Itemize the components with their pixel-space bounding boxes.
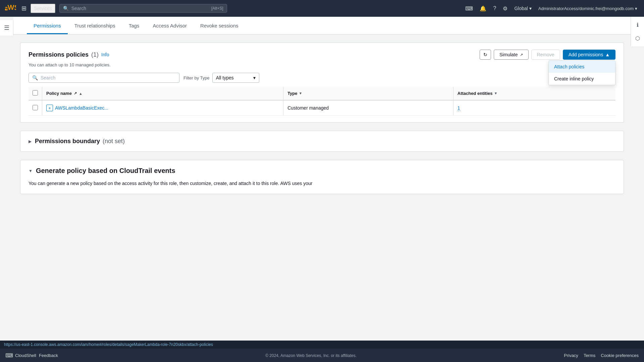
tab-revoke-sessions[interactable]: Revoke sessions — [194, 17, 245, 34]
permissions-subtitle: You can attach up to 10 managed policies… — [29, 62, 615, 67]
remove-label: Remove — [537, 52, 554, 57]
permissions-boundary-title: Permissions boundary (not set) — [35, 138, 125, 145]
account-menu[interactable]: AdministratorAccess/dominic.frei@mongodb… — [536, 5, 640, 12]
select-all-checkbox[interactable] — [33, 90, 38, 96]
filter-type-group: Filter by Type All types ▾ — [183, 73, 259, 83]
region-selector[interactable]: Global ▾ — [512, 4, 534, 12]
aws-logo[interactable] — [4, 2, 16, 14]
bottom-bar-left: ⌨ CloudShell Feedback — [5, 352, 58, 359]
section-count: (1) — [91, 51, 99, 58]
filter-by-type-label: Filter by Type — [183, 75, 210, 80]
status-bar: https://us-east-1.console.aws.amazon.com… — [0, 341, 644, 349]
attached-entities-header[interactable]: Attached entities ▾ — [453, 87, 615, 100]
policy-name-header[interactable]: Policy name ↗ ▲ — [42, 87, 283, 100]
attached-entities-link[interactable]: 1 — [458, 105, 460, 111]
expand-icon[interactable]: + — [46, 105, 53, 111]
generate-policy-title: Generate policy based on CloudTrail even… — [36, 167, 175, 175]
permissions-boundary-toggle[interactable]: ▶ Permissions boundary (not set) — [29, 138, 615, 145]
tab-access-advisor[interactable]: Access Advisor — [146, 17, 194, 34]
terms-link[interactable]: Terms — [584, 353, 595, 358]
permissions-policies-section: Permissions policies (1) Info ↻ Simulate… — [20, 43, 624, 123]
external-link-icon: ↗ — [520, 53, 523, 57]
sort-asc-icon: ▲ — [79, 92, 83, 96]
not-set-text: (not set) — [103, 138, 125, 145]
settings-button[interactable]: ⚙ — [500, 3, 510, 14]
section-title: Permissions policies (1) — [29, 51, 99, 58]
status-url: https://us-east-1.console.aws.amazon.com… — [4, 342, 213, 347]
nav-search-container: 🔍 [Alt+S] — [59, 4, 227, 13]
bottom-bar: ⌨ CloudShell Feedback © 2024, Amazon Web… — [0, 349, 644, 362]
simulate-button[interactable]: Simulate ↗ — [494, 50, 528, 60]
row-checkbox-cell — [29, 100, 42, 116]
chevron-down-icon: ▾ — [529, 6, 532, 11]
services-button[interactable]: Services — [31, 4, 55, 13]
generate-policy-description: You can generate a new policy based on t… — [29, 180, 615, 187]
info-panel-icon[interactable]: ℹ — [632, 19, 643, 30]
privacy-link[interactable]: Privacy — [564, 353, 578, 358]
row-checkbox[interactable] — [33, 105, 38, 110]
cookie-preferences-link[interactable]: Cookie preferences — [601, 353, 639, 358]
collapse-triangle-icon: ▼ — [29, 169, 33, 173]
permissions-boundary-section: ▶ Permissions boundary (not set) — [20, 131, 624, 152]
top-nav: ⊞ Services 🔍 [Alt+S] ⌨ 🔔 ? ⚙ Global ▾ Ad… — [0, 0, 644, 17]
table-row: + AWSLambdaBasicExec... Customer managed… — [29, 100, 615, 116]
policy-name-link[interactable]: + AWSLambdaBasicExec... — [46, 105, 279, 111]
table-header: Policy name ↗ ▲ Type ▾ — [29, 87, 615, 100]
feedback-button[interactable]: Feedback — [39, 353, 58, 358]
type-header[interactable]: Type ▾ — [283, 87, 453, 100]
policy-name-cell: + AWSLambdaBasicExec... — [42, 100, 283, 116]
grid-icon[interactable]: ⊞ — [20, 3, 28, 13]
policy-table: Policy name ↗ ▲ Type ▾ — [29, 87, 615, 116]
create-inline-policy-item[interactable]: Create inline policy — [549, 73, 615, 85]
expand-triangle-icon: ▶ — [29, 139, 32, 144]
search-input[interactable] — [41, 75, 176, 80]
filter-row: 🔍 Filter by Type All types ▾ ‹ 1 › ⚙ — [29, 73, 615, 83]
selected-type-value: All types — [216, 75, 234, 80]
policy-name-text: AWSLambdaBasicExec... — [55, 105, 108, 111]
generate-policy-section: ▼ Generate policy based on CloudTrail ev… — [20, 160, 624, 194]
chevron-down-icon: ▾ — [253, 75, 256, 80]
right-panel: ℹ ⬡ — [631, 17, 644, 46]
nav-icons: ⌨ 🔔 ? ⚙ Global ▾ AdministratorAccess/dom… — [463, 3, 640, 14]
search-icon: 🔍 — [63, 6, 69, 11]
search-input[interactable] — [71, 6, 209, 11]
attach-policies-item[interactable]: Attach policies — [549, 61, 615, 73]
external-link-icon: ↗ — [74, 91, 77, 96]
attached-entities-cell: 1 — [453, 100, 615, 116]
section-actions: ↻ Simulate ↗ Remove Add permissions ▲ — [480, 50, 615, 60]
info-link[interactable]: Info — [101, 52, 109, 57]
type-filter-select[interactable]: All types ▾ — [212, 73, 259, 83]
tab-tags[interactable]: Tags — [122, 17, 146, 34]
filter-icon: ▾ — [495, 91, 497, 96]
help-button[interactable]: ? — [490, 3, 499, 13]
search-icon: 🔍 — [32, 75, 38, 80]
tab-trust-relationships[interactable]: Trust relationships — [68, 17, 122, 34]
help-panel-icon[interactable]: ⬡ — [632, 33, 643, 44]
tabs-bar: Permissions Trust relationships Tags Acc… — [13, 17, 631, 35]
sidebar-toggle[interactable]: ☰ — [0, 20, 13, 36]
filter-icon: ▾ — [300, 91, 302, 96]
add-permissions-button[interactable]: Add permissions ▲ — [563, 50, 615, 60]
terminal-button[interactable]: ⌨ — [463, 3, 476, 14]
refresh-button[interactable]: ↻ — [480, 50, 491, 60]
select-all-header — [29, 87, 42, 100]
section-header: Permissions policies (1) Info ↻ Simulate… — [29, 50, 615, 60]
bottom-bar-right: Privacy Terms Cookie preferences — [564, 353, 639, 358]
simulate-label: Simulate — [499, 52, 518, 57]
main-wrapper: Permissions Trust relationships Tags Acc… — [0, 17, 644, 362]
section-title-text: Permissions policies — [29, 51, 89, 58]
add-permissions-label: Add permissions — [569, 52, 603, 57]
type-cell: Customer managed — [283, 100, 453, 116]
generate-policy-toggle[interactable]: ▼ Generate policy based on CloudTrail ev… — [29, 167, 615, 175]
cloudshell-button[interactable]: ⌨ CloudShell — [5, 352, 36, 359]
add-permissions-dropdown-container: Add permissions ▲ Attach policies Create… — [563, 50, 615, 60]
add-permissions-dropdown: Attach policies Create inline policy — [548, 60, 615, 85]
search-box: 🔍 — [29, 73, 179, 83]
search-shortcut: [Alt+S] — [211, 6, 223, 11]
cloudshell-icon: ⌨ — [5, 352, 13, 359]
chevron-down-icon: ▾ — [635, 6, 637, 11]
notifications-button[interactable]: 🔔 — [477, 3, 489, 14]
tab-permissions[interactable]: Permissions — [27, 17, 68, 34]
refresh-icon: ↻ — [483, 52, 487, 57]
remove-button[interactable]: Remove — [531, 50, 560, 60]
